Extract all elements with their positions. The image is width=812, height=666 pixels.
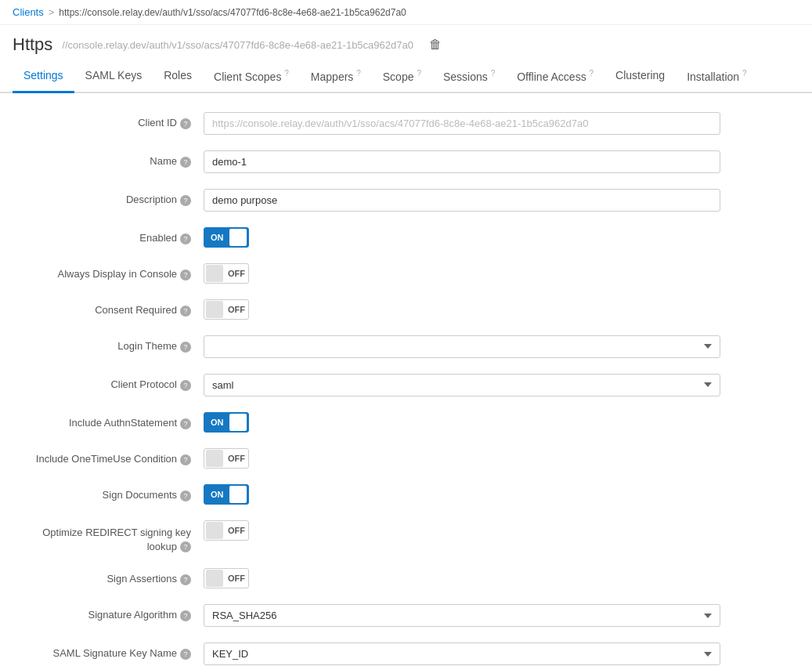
always-display-label: Always Display in Console ?	[31, 263, 204, 281]
client-protocol-help-icon[interactable]: ?	[180, 380, 191, 391]
login-theme-label: Login Theme ?	[31, 335, 204, 353]
include-authn-control: ON	[204, 412, 720, 433]
sign-documents-row: Sign Documents ? ON	[31, 484, 720, 505]
tab-sessions[interactable]: Sessions ?	[432, 61, 506, 93]
include-onetimeuse-help-icon[interactable]: ?	[180, 454, 191, 465]
tab-settings[interactable]: Settings	[13, 61, 74, 93]
optimize-redirect-control: OFF	[204, 520, 720, 541]
always-display-control: OFF	[204, 263, 720, 284]
signature-algorithm-help-icon[interactable]: ?	[180, 610, 191, 621]
description-label: Description ?	[31, 189, 204, 206]
breadcrumb-current: https://console.relay.dev/auth/v1/sso/ac…	[59, 7, 406, 18]
login-theme-help-icon[interactable]: ?	[180, 342, 191, 353]
signature-algorithm-control: RSA_SHA256 RSA_SHA1 RSA_SHA512 DSA_SHA1	[204, 604, 720, 627]
tab-roles[interactable]: Roles	[153, 61, 203, 93]
sign-assertions-help-icon[interactable]: ?	[180, 574, 191, 585]
include-authn-label: Include AuthnStatement ?	[31, 412, 204, 429]
page-title-url: //console.relay.dev/auth/v1/sso/acs/4707…	[62, 39, 413, 51]
tab-offline-access[interactable]: Offline Access ?	[506, 61, 604, 93]
enabled-help-icon[interactable]: ?	[180, 233, 191, 244]
include-authn-help-icon[interactable]: ?	[180, 418, 191, 429]
sign-documents-control: ON	[204, 484, 720, 505]
tab-client-scopes[interactable]: Client Scopes ?	[203, 61, 300, 93]
login-theme-select[interactable]: keycloak base	[204, 335, 720, 358]
enabled-label: Enabled ?	[31, 227, 204, 244]
always-display-row: Always Display in Console ? OFF	[31, 263, 720, 284]
page-title: Https	[13, 34, 52, 55]
sign-documents-help-icon[interactable]: ?	[180, 490, 191, 501]
saml-sig-key-name-control: KEY_ID CERT_SUBJECT NONE	[204, 642, 720, 665]
client-id-help-icon[interactable]: ?	[180, 118, 191, 129]
sign-assertions-row: Sign Assertions ? OFF	[31, 568, 720, 588]
description-row: Description ?	[31, 189, 720, 212]
sign-assertions-label: Sign Assertions ?	[31, 568, 204, 585]
description-input[interactable]	[204, 189, 720, 212]
client-id-label: Client ID ?	[31, 112, 204, 129]
optimize-redirect-toggle[interactable]: OFF	[204, 520, 249, 541]
consent-required-row: Consent Required ? OFF	[31, 299, 720, 320]
always-display-toggle[interactable]: OFF	[204, 263, 249, 284]
signature-algorithm-select[interactable]: RSA_SHA256 RSA_SHA1 RSA_SHA512 DSA_SHA1	[204, 604, 720, 627]
name-help-icon[interactable]: ?	[180, 157, 191, 168]
tab-mappers[interactable]: Mappers ?	[300, 61, 372, 93]
enabled-row: Enabled ? ON	[31, 227, 720, 248]
consent-required-label: Consent Required ?	[31, 299, 204, 317]
consent-required-help-icon[interactable]: ?	[180, 306, 191, 317]
client-id-control	[204, 112, 720, 135]
include-authn-row: Include AuthnStatement ? ON	[31, 412, 720, 433]
include-onetimeuse-toggle[interactable]: OFF	[204, 448, 249, 469]
consent-required-control: OFF	[204, 299, 720, 320]
description-control	[204, 189, 720, 212]
sign-assertions-control: OFF	[204, 568, 720, 588]
settings-form: Client ID ? Name ? Description ? Enabled…	[0, 93, 752, 666]
signature-algorithm-label: Signature Algorithm ?	[31, 604, 204, 621]
name-row: Name ?	[31, 150, 720, 173]
include-onetimeuse-row: Include OneTimeUse Condition ? OFF	[31, 448, 720, 469]
signature-algorithm-row: Signature Algorithm ? RSA_SHA256 RSA_SHA…	[31, 604, 720, 627]
sign-documents-label: Sign Documents ?	[31, 484, 204, 501]
client-protocol-control: saml openid-connect	[204, 374, 720, 396]
page-header: Https //console.relay.dev/auth/v1/sso/ac…	[0, 25, 812, 55]
tab-installation[interactable]: Installation ?	[676, 61, 757, 93]
enabled-control: ON	[204, 227, 720, 248]
sign-documents-toggle[interactable]: ON	[204, 484, 249, 505]
login-theme-row: Login Theme ? keycloak base	[31, 335, 720, 358]
always-display-help-icon[interactable]: ?	[180, 270, 191, 281]
include-authn-toggle[interactable]: ON	[204, 412, 249, 433]
breadcrumb-clients-link[interactable]: Clients	[13, 6, 44, 18]
optimize-redirect-row: Optimize REDIRECT signing key lookup ? O…	[31, 520, 720, 553]
description-help-icon[interactable]: ?	[180, 195, 191, 206]
sign-assertions-toggle[interactable]: OFF	[204, 568, 249, 588]
include-onetimeuse-control: OFF	[204, 448, 720, 469]
saml-sig-key-name-row: SAML Signature Key Name ? KEY_ID CERT_SU…	[31, 642, 720, 665]
saml-sig-key-name-help-icon[interactable]: ?	[180, 649, 191, 660]
client-id-row: Client ID ?	[31, 112, 720, 135]
tab-bar: Settings SAML Keys Roles Client Scopes ?…	[0, 61, 812, 93]
tab-clustering[interactable]: Clustering	[604, 61, 676, 93]
name-label: Name ?	[31, 150, 204, 168]
consent-required-toggle[interactable]: OFF	[204, 299, 249, 320]
client-protocol-select[interactable]: saml openid-connect	[204, 374, 720, 396]
delete-icon[interactable]: 🗑	[429, 38, 442, 52]
optimize-redirect-help-icon[interactable]: ?	[180, 541, 191, 552]
include-onetimeuse-label: Include OneTimeUse Condition ?	[31, 448, 204, 465]
name-control	[204, 150, 720, 173]
saml-sig-key-name-select[interactable]: KEY_ID CERT_SUBJECT NONE	[204, 642, 720, 665]
breadcrumb: Clients > https://console.relay.dev/auth…	[0, 0, 812, 25]
name-input[interactable]	[204, 150, 720, 173]
breadcrumb-separator: >	[49, 6, 55, 18]
tab-saml-keys[interactable]: SAML Keys	[74, 61, 153, 93]
optimize-redirect-label: Optimize REDIRECT signing key lookup ?	[31, 520, 204, 553]
saml-sig-key-name-label: SAML Signature Key Name ?	[31, 642, 204, 660]
tab-scope[interactable]: Scope ?	[372, 61, 432, 93]
enabled-toggle[interactable]: ON	[204, 227, 249, 248]
client-protocol-row: Client Protocol ? saml openid-connect	[31, 374, 720, 396]
login-theme-control: keycloak base	[204, 335, 720, 358]
client-protocol-label: Client Protocol ?	[31, 374, 204, 391]
client-id-input[interactable]	[204, 112, 720, 135]
